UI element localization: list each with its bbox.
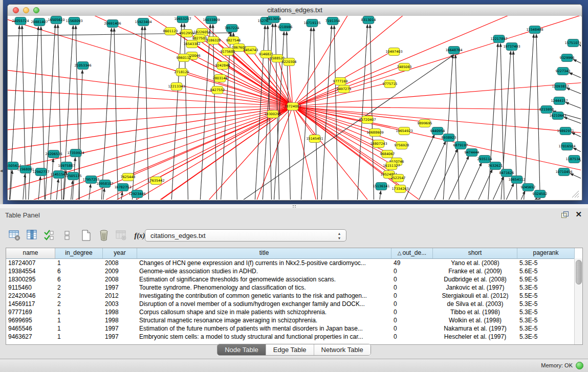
minimize-window-icon[interactable] [23, 7, 29, 13]
graph-node[interactable]: 8601123 [163, 28, 178, 35]
new-table-icon[interactable] [80, 228, 93, 244]
graph-node[interactable]: 2935114 [477, 156, 492, 163]
graph-node[interactable]: 16033809 [203, 16, 220, 24]
graph-node[interactable]: 9245652 [521, 184, 536, 191]
table-row[interactable]: 946362711997Embryonic stem cells: a mode… [6, 333, 582, 341]
edge[interactable] [213, 25, 219, 200]
network-window-titlebar[interactable]: citations_edges.txt [8, 5, 582, 16]
close-window-icon[interactable] [13, 7, 19, 13]
edge[interactable] [68, 181, 73, 200]
edge[interactable] [567, 88, 581, 102]
table-row[interactable]: 911546021997Tourette syndrome. Phenomeno… [6, 283, 582, 292]
graph-node[interactable]: 11548498 [526, 26, 543, 34]
graph-node[interactable]: 15751074 [564, 39, 581, 47]
table-row[interactable]: 1456911722003Disruption of a novel membe… [6, 300, 582, 308]
graph-node[interactable]: 9175685 [221, 48, 235, 56]
graph-node[interactable]: 8220304 [282, 58, 297, 66]
row-height-icon[interactable] [60, 228, 74, 244]
graph-node[interactable]: 9827546 [226, 37, 241, 45]
edge[interactable] [579, 45, 581, 58]
left-panel-divider[interactable]: ◀ [0, 0, 3, 204]
graph-node[interactable]: 7632621 [488, 162, 503, 170]
vertical-scrollbar[interactable] [574, 258, 582, 344]
edge[interactable] [243, 106, 293, 200]
graph-node[interactable]: 15923404 [135, 18, 151, 26]
graph-node[interactable]: 19892971 [557, 127, 574, 135]
table-row[interactable]: 946554611997Estimation of the future num… [6, 324, 582, 333]
edge[interactable] [376, 191, 381, 200]
edge[interactable] [20, 174, 25, 200]
edge[interactable] [441, 163, 482, 200]
edge[interactable] [520, 34, 534, 200]
graph-node[interactable]: 8454743 [244, 47, 258, 54]
graph-node[interactable]: 12923446 [128, 190, 145, 198]
edge[interactable] [455, 55, 461, 200]
network-window[interactable]: citations_edges.txt 18724007183002958601… [7, 4, 582, 201]
edge[interactable] [118, 192, 122, 200]
graph-node[interactable]: 21053346 [74, 62, 91, 70]
graph-node[interactable]: 15136141 [373, 183, 389, 190]
scrollbar-thumb[interactable] [576, 260, 582, 285]
network-canvas[interactable]: 1872400718300295860112389129551822605898… [8, 16, 581, 200]
graph-node[interactable]: 9218986 [278, 24, 293, 31]
column-header-in_degree[interactable]: in_degree [55, 248, 103, 258]
table-row[interactable]: 969969511998Structural magnetic resonanc… [6, 316, 582, 324]
edge[interactable] [114, 28, 120, 200]
graph-node[interactable]: 11875342 [565, 156, 581, 163]
edge[interactable] [49, 159, 53, 200]
graph-node[interactable]: 2803144 [213, 75, 228, 82]
edge[interactable] [565, 102, 581, 116]
edge[interactable] [168, 24, 182, 200]
float-panel-icon[interactable] [561, 211, 569, 218]
graph-node[interactable]: 16210643 [549, 112, 566, 120]
edge[interactable] [334, 26, 340, 200]
column-header-title[interactable]: title [137, 248, 391, 258]
graph-node[interactable]: 12217897 [490, 35, 507, 43]
graph-node[interactable]: 7485083 [397, 63, 412, 71]
graph-node[interactable]: 20881407 [31, 18, 48, 26]
show-columns-icon[interactable] [26, 228, 39, 244]
graph-node[interactable]: 9777169 [333, 78, 348, 85]
graph-node[interactable]: 11568093 [66, 17, 82, 25]
column-header-out_de[interactable]: △out_de... [391, 248, 433, 258]
graph-node[interactable]: 9775715 [383, 80, 398, 88]
edge[interactable] [485, 191, 525, 200]
resize-grip-icon[interactable] [571, 189, 580, 199]
graph-node[interactable]: 10719135 [303, 19, 320, 27]
column-header-name[interactable]: name [6, 248, 55, 258]
edge[interactable] [293, 16, 519, 106]
edge[interactable] [8, 87, 293, 106]
graph-node[interactable]: 9899695 [418, 120, 432, 127]
graph-node[interactable]: 7191354 [325, 17, 340, 25]
zoom-window-icon[interactable] [33, 7, 39, 13]
table-selector-dropdown[interactable]: citations_edges.txt ▲▼ [145, 229, 346, 242]
graph-node[interactable]: 19737493 [503, 43, 520, 51]
edge[interactable] [405, 141, 446, 200]
citation-network-graph[interactable]: 1872400718300295860112389129551822605898… [8, 16, 581, 200]
graph-node[interactable]: 9440954 [430, 127, 445, 135]
edge[interactable] [463, 177, 504, 200]
edge[interactable] [145, 27, 150, 200]
tab-network-table[interactable]: Network Table [314, 344, 371, 355]
edge[interactable] [580, 161, 581, 174]
edge[interactable] [289, 60, 293, 106]
edge[interactable] [428, 156, 469, 200]
edge[interactable] [293, 16, 427, 106]
graph-node[interactable]: 9860112 [177, 54, 191, 62]
table-row[interactable]: 1872400712008Changes of HCN gene express… [6, 259, 582, 267]
graph-node[interactable]: 8471626 [499, 169, 514, 177]
graph-node[interactable]: 8215958 [539, 106, 554, 114]
graph-node[interactable]: 12444157 [551, 97, 568, 105]
edge[interactable] [536, 34, 542, 200]
graph-node[interactable]: 16648784 [445, 47, 462, 54]
splitter-grip-icon[interactable] [292, 205, 297, 208]
table-row[interactable]: 1830029562008Estimation of significance … [6, 275, 582, 283]
graph-node[interactable]: 17334263 [391, 185, 408, 193]
column-header-pagerank[interactable]: pagerank [517, 248, 575, 258]
edge[interactable] [8, 26, 19, 200]
graph-node[interactable]: 10653257 [174, 16, 191, 23]
graph-node[interactable]: 24055724 [12, 17, 29, 25]
graph-node[interactable]: 9474444 [465, 149, 480, 157]
graph-node[interactable]: 6879197 [453, 142, 468, 149]
edge[interactable] [438, 199, 540, 200]
